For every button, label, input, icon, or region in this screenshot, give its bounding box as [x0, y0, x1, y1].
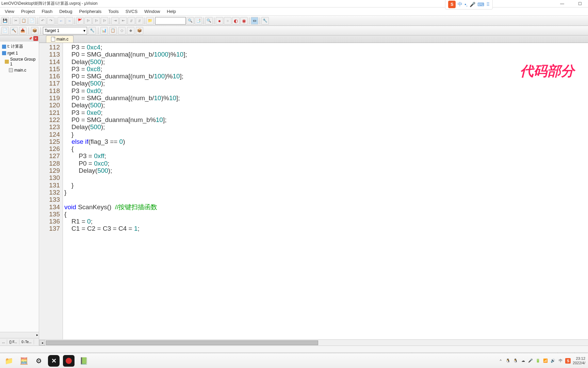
breakpoint-disable-button[interactable]: ○: [224, 17, 231, 25]
manage-multi-button[interactable]: 📋: [109, 27, 117, 34]
menu-debug[interactable]: Debug: [56, 8, 76, 15]
config-button[interactable]: 🔧: [261, 17, 269, 25]
file-icon: [9, 68, 13, 72]
search-combo[interactable]: [155, 17, 186, 25]
ime-menu-icon[interactable]: ⠿: [486, 2, 490, 7]
horizontal-scrollbar[interactable]: ◂: [39, 339, 588, 346]
manage-button[interactable]: 📊: [100, 27, 108, 34]
bookmark-button[interactable]: 🚩: [76, 17, 84, 25]
undo-button[interactable]: ↶: [39, 17, 46, 25]
tree-root[interactable]: t: 计算器: [1, 43, 38, 50]
tray-volume-icon[interactable]: 🔊: [550, 358, 556, 364]
build-toolbar: 📄 🔨 📥 📦 Target 1 ▾ 🔧 📊 📋 ◇ ◆ 📦: [0, 26, 588, 35]
ime-keyboard-icon[interactable]: ⌨: [477, 2, 484, 7]
sogou-icon[interactable]: S: [448, 1, 456, 8]
tray-mic-icon[interactable]: 🎤: [528, 358, 533, 364]
menu-flash[interactable]: Flash: [38, 8, 56, 15]
tree-group[interactable]: Source Group 1: [1, 56, 38, 67]
editor-tab-label: main.c: [56, 37, 68, 42]
minimize-button[interactable]: —: [555, 0, 569, 7]
rebuild-button[interactable]: 📥: [19, 27, 27, 34]
scroll-thumb[interactable]: [46, 340, 318, 345]
tray-chevron-icon[interactable]: ^: [498, 358, 503, 364]
nav-forward-button[interactable]: →: [66, 17, 73, 25]
task-recorder[interactable]: [61, 355, 76, 367]
find-button[interactable]: 🔍: [186, 17, 194, 25]
manage-rte-button[interactable]: ◆: [127, 27, 134, 34]
save-all-button[interactable]: 💾: [1, 17, 9, 25]
build-button[interactable]: 🔨: [10, 27, 18, 34]
tray-date-text: 2022/4/: [573, 361, 585, 365]
scroll-left-button[interactable]: ◂: [39, 340, 45, 346]
options-button[interactable]: 🔧: [88, 27, 96, 34]
menu-svcs[interactable]: SVCS: [122, 8, 141, 15]
breakpoint-killall-button[interactable]: ◉: [240, 17, 248, 25]
translate-button[interactable]: 📄: [1, 27, 9, 34]
menu-peripherals[interactable]: Peripherals: [76, 8, 105, 15]
project-icon: [2, 45, 6, 49]
code-area[interactable]: 1121131141151161171181191201211221231241…: [39, 43, 588, 339]
menu-view[interactable]: View: [1, 8, 18, 15]
panel-tab-functions[interactable]: {} F...: [7, 339, 19, 344]
uncomment-button[interactable]: //: [136, 17, 143, 25]
debug-button[interactable]: 🔍: [205, 17, 213, 25]
copy-button[interactable]: 📋: [20, 17, 28, 25]
tray-clock[interactable]: 23:12 2022/4/: [573, 356, 587, 365]
ime-mic-icon[interactable]: 🎤: [470, 2, 475, 7]
batch-build-button[interactable]: 📦: [31, 27, 38, 34]
panel-tab-project[interactable]: ...: [0, 339, 7, 344]
scroll-right-icon[interactable]: ▸: [36, 333, 38, 337]
menu-help[interactable]: Help: [163, 8, 179, 15]
task-explorer[interactable]: 📁: [1, 355, 16, 367]
code-content[interactable]: P3 = 0xc4; P0 = SMG_duanma[(num_b/1000)%…: [63, 43, 588, 339]
tray-qq-icon[interactable]: 🐧: [505, 358, 511, 364]
manage-books-button[interactable]: ◇: [118, 27, 126, 34]
tray-qq2-icon[interactable]: 🐧: [513, 358, 518, 364]
comment-button[interactable]: //: [128, 17, 135, 25]
menu-window[interactable]: Window: [141, 8, 163, 15]
editor-area: main.c 112113114115116117118119120121122…: [39, 35, 588, 346]
maximize-button[interactable]: ☐: [573, 0, 587, 7]
menu-project[interactable]: Project: [18, 8, 38, 15]
breakpoint-button[interactable]: ●: [216, 17, 223, 25]
task-wps[interactable]: 📗: [76, 355, 91, 367]
tree-root-label: t: 计算器: [7, 44, 23, 49]
task-keil[interactable]: ⚙: [31, 355, 46, 367]
window-controls: — ☐: [555, 0, 587, 7]
tray-battery-icon[interactable]: 🔋: [535, 358, 541, 364]
bookmark-prev-button[interactable]: 🏳: [84, 17, 92, 25]
find-in-files-button[interactable]: 📑: [195, 17, 202, 25]
cut-button[interactable]: ✂: [12, 17, 19, 25]
title-bar: LenOVO\Desktop\矩阵计算器\计算器.uvproj - µVisio…: [0, 0, 588, 7]
task-capcut[interactable]: ✕: [46, 355, 61, 367]
outdent-button[interactable]: ⇤: [119, 17, 127, 25]
indent-button[interactable]: ⇥: [111, 17, 119, 25]
redo-button[interactable]: ↷: [47, 17, 54, 25]
tray-cloud-icon[interactable]: ☁: [520, 358, 526, 364]
tray-ime-icon[interactable]: 中: [558, 358, 563, 364]
breakpoint-kill-button[interactable]: ◐: [232, 17, 240, 25]
pin-icon[interactable]: 📌: [28, 36, 33, 41]
folder-button[interactable]: 📁: [146, 17, 154, 25]
target-select[interactable]: Target 1 ▾: [43, 27, 87, 34]
tree-target[interactable]: rget 1: [1, 50, 38, 56]
paste-button[interactable]: 📄: [28, 17, 36, 25]
tree-file[interactable]: main.c: [1, 67, 38, 73]
tray-sogou-icon[interactable]: S: [565, 358, 571, 364]
bookmark-clear-button[interactable]: 🏳: [101, 17, 108, 25]
bookmark-next-button[interactable]: 🏳: [93, 17, 100, 25]
task-calculator[interactable]: 🧮: [16, 355, 31, 367]
window-layout-button[interactable]: ▭: [251, 17, 258, 25]
system-tray: ^ 🐧 🐧 ☁ 🎤 🔋 📶 🔊 中 S 23:12 2022/4/: [498, 356, 587, 365]
ime-lang[interactable]: 中: [458, 1, 462, 7]
nav-back-button[interactable]: ←: [58, 17, 65, 25]
panel-tab-templates[interactable]: 0↓Te...: [19, 339, 34, 344]
menu-tools[interactable]: Tools: [105, 8, 122, 15]
project-tree: t: 计算器 rget 1 Source Group 1 main.c: [0, 42, 39, 332]
tray-wifi-icon[interactable]: 📶: [543, 358, 548, 364]
panel-tabs: ... {} F... 0↓Te...: [0, 338, 39, 346]
close-icon[interactable]: ✕: [33, 36, 38, 41]
pack-installer-button[interactable]: 📦: [136, 27, 143, 34]
ime-punct[interactable]: •,: [464, 2, 468, 7]
editor-tab-main[interactable]: main.c: [46, 35, 74, 43]
